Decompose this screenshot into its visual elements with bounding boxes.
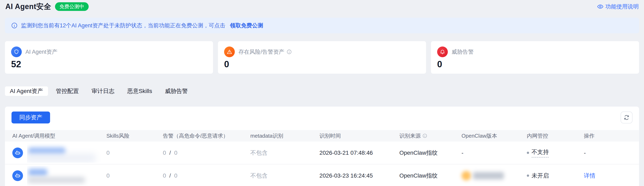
help-link[interactable]: 功能使用说明 [597, 3, 639, 10]
assets-table: AI Agent/调用模型 Skills风险 告警（高危命令/恶意请求） met… [5, 130, 639, 186]
stat-value: 0 [224, 60, 420, 69]
help-link-label: 功能使用说明 [606, 3, 639, 10]
redacted-version-text [473, 172, 504, 179]
status-dot [527, 152, 529, 154]
redacted-agent-name[interactable] [27, 166, 106, 185]
free-beta-badge: 免费公测中 [55, 2, 89, 11]
redacted-version-icon [462, 171, 471, 180]
table-row: 0 0/0 不包含 2026-03-23 16:24:45 OpenClaw指纹 [5, 164, 639, 186]
stat-label: 存在风险/告警资产 [238, 48, 284, 56]
refresh-button[interactable] [620, 112, 632, 123]
bell-icon [437, 47, 448, 57]
col-metadata: metadata识别 [250, 130, 320, 142]
col-skills-risk: Skills风险 [106, 130, 163, 142]
stat-value: 52 [11, 60, 207, 69]
metadata-value: 不包含 [250, 164, 320, 186]
tab-strip: AI Agent资产 管控配置 审计日志 恶意Skills 威胁告警 [5, 86, 639, 96]
robot-icon [12, 148, 23, 158]
openclaw-version-value: - [462, 142, 527, 164]
col-intranet-control: 内网管控 [527, 130, 584, 142]
skills-risk-value: 0 [106, 142, 163, 164]
sync-assets-button[interactable]: 同步资产 [12, 112, 50, 123]
stat-card-risk-assets: 存在风险/告警资产 0 [218, 41, 426, 74]
info-icon[interactable] [286, 49, 292, 55]
intranet-status-label: 未开启 [532, 172, 549, 180]
status-dot [527, 174, 529, 177]
col-detect-time: 识别时间 [320, 130, 399, 142]
robot-icon [12, 170, 23, 181]
detect-source-value: OpenClaw指纹 [399, 164, 462, 186]
page-title: AI Agent安全 [5, 2, 51, 12]
openclaw-version-redacted [462, 164, 527, 186]
banner-text: 监测到您当前有12个AI Agent资产处于未防护状态，当前功能正在免费公测，可… [21, 22, 225, 29]
eye-icon [597, 4, 603, 10]
info-banner: 监测到您当前有12个AI Agent资产处于未防护状态，当前功能正在免费公测，可… [5, 18, 639, 33]
col-detect-source: 识别来源 [399, 130, 462, 142]
col-openclaw-version: OpenClaw版本 [462, 130, 527, 142]
intranet-status-label[interactable]: 不支持 [532, 148, 549, 158]
alerts-value: 0/0 [163, 164, 250, 186]
tab-ai-agent-assets[interactable]: AI Agent资产 [5, 86, 48, 96]
toolbar: 同步资产 [5, 112, 639, 123]
intranet-control-value: 不支持 [527, 142, 584, 164]
stat-value: 0 [437, 60, 633, 69]
assets-panel: 同步资产 AI Agent/调用模型 Skills风险 告警（高危命令/恶意请求 [5, 107, 639, 186]
topbar: AI Agent安全 免费公测中 功能使用说明 [0, 0, 644, 13]
stat-card-threat-alerts: 威胁告警 0 [431, 41, 639, 74]
detect-source-value: OpenClaw指纹 [399, 142, 462, 164]
alerts-value: 0/0 [163, 142, 250, 164]
skills-risk-value: 0 [106, 164, 163, 186]
tab-threat-alerts[interactable]: 威胁告警 [160, 86, 193, 96]
table-row: 0 0/0 不包含 2026-03-21 07:48:46 OpenClaw指纹… [5, 142, 639, 164]
detect-time-value: 2026-03-21 07:48:46 [320, 142, 399, 164]
stat-card-agent-assets: AI Agent资产 52 [5, 41, 213, 74]
claim-beta-link[interactable]: 领取免费公测 [230, 22, 263, 29]
detect-time-value: 2026-03-23 16:24:45 [320, 164, 399, 186]
col-alerts: 告警（高危命令/恶意请求） [163, 130, 250, 142]
table-header-row: AI Agent/调用模型 Skills风险 告警（高危命令/恶意请求） met… [5, 130, 639, 142]
action-cell: 详情 [584, 164, 639, 186]
redacted-agent-name[interactable] [27, 143, 106, 163]
refresh-icon [624, 114, 630, 121]
stat-label: 威胁告警 [452, 48, 474, 56]
stat-label: AI Agent资产 [26, 48, 58, 56]
tab-malicious-skills[interactable]: 恶意Skills [122, 86, 157, 96]
col-actions: 操作 [584, 130, 639, 142]
details-link[interactable]: 详情 [584, 172, 595, 179]
tab-control-config[interactable]: 管控配置 [51, 86, 84, 96]
warning-triangle-icon [224, 47, 235, 57]
info-icon [11, 22, 18, 29]
shield-icon [11, 47, 22, 57]
col-agent-model: AI Agent/调用模型 [5, 130, 106, 142]
stat-cards: AI Agent资产 52 存在风险/告警资产 [5, 41, 639, 74]
info-icon[interactable] [422, 133, 427, 138]
tab-audit-log[interactable]: 审计日志 [86, 86, 120, 96]
action-cell: - [584, 142, 639, 164]
intranet-control-value: 未开启 [527, 164, 584, 186]
metadata-value: 不包含 [250, 142, 320, 164]
